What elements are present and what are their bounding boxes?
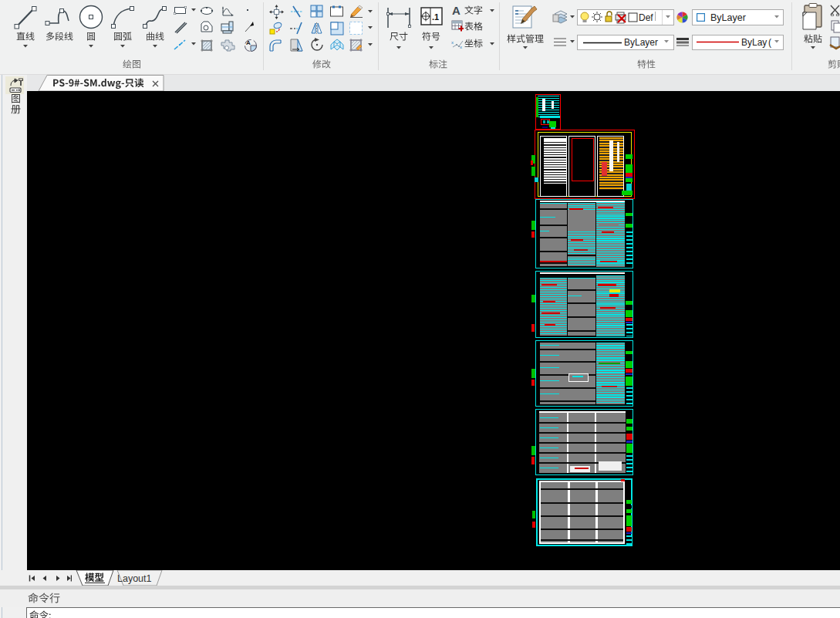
svg-text:A: A	[246, 39, 251, 46]
svg-text:x: x	[451, 40, 454, 45]
svg-text:.1: .1	[432, 12, 439, 22]
svg-text:x: x	[460, 45, 462, 49]
